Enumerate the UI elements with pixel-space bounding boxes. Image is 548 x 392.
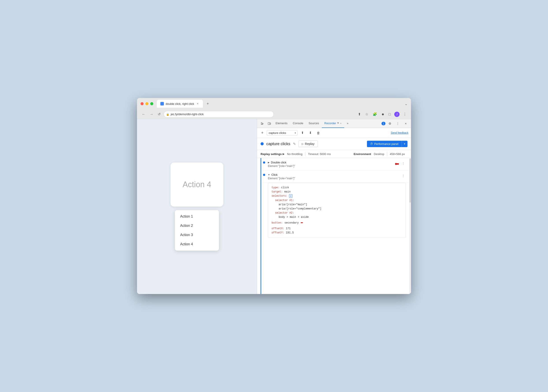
lock-icon: 🔒 — [166, 113, 169, 116]
minimize-traffic-light[interactable] — [145, 102, 148, 105]
add-recording-btn[interactable]: + — [260, 130, 265, 135]
menu-item-4[interactable]: Action 4 — [175, 240, 219, 249]
action-name-2: Click — [271, 173, 278, 176]
action-double-click[interactable]: ▶ Double click Element "[role="main"]" ⬅… — [261, 158, 409, 170]
tab-title: double click, right click — [166, 102, 194, 105]
avatar-icon[interactable]: J — [394, 112, 400, 117]
forward-btn[interactable]: → — [148, 112, 155, 117]
import-btn[interactable]: ⬇ — [307, 130, 313, 136]
selector-icon: ⊞ — [289, 194, 293, 198]
devtools-more-btn[interactable]: ⋮ — [394, 120, 401, 127]
tab-elements[interactable]: Elements — [273, 119, 290, 128]
code-sel2-key: selector #2: — [275, 211, 294, 215]
code-sel1-key: selector #1: — [275, 199, 294, 202]
delete-btn[interactable]: 🗑 — [315, 130, 321, 136]
perf-panel-dropdown-btn[interactable]: ▾ — [401, 141, 407, 147]
action-click[interactable]: ▼ Click Element "[role="main"]" ⋮ — [261, 170, 409, 183]
back-btn[interactable]: ← — [141, 112, 147, 117]
timeout-value: Timeout: 5000 ms — [305, 152, 333, 156]
actions-list: ▶ Double click Element "[role="main"]" ⬅… — [261, 158, 409, 294]
devtools-panel: Elements Console Sources Recorder ⚑ × » … — [257, 119, 411, 294]
recording-select-wrapper: capture clicks ▾ — [267, 130, 298, 136]
toolbar-icons: ⬆ ☆ 🧩 ● □ J ⋮ — [357, 111, 407, 118]
export-btn[interactable]: ⬆ — [299, 130, 305, 136]
settings-btn[interactable]: ⚙ — [386, 120, 393, 127]
send-feedback-link[interactable]: Send feedback — [391, 131, 408, 134]
red-arrow-1: ⬅ — [395, 161, 399, 167]
svg-rect-1 — [270, 123, 271, 124]
address-input[interactable]: 🔒 jec.fyi/demo/dbl-right-click — [164, 111, 274, 118]
profile-icon[interactable]: ● — [381, 111, 385, 118]
context-menu: Action 1 Action 2 Action 3 Action 4 — [175, 210, 219, 251]
devtools-end-btns: 1 ⚙ ⋮ × — [381, 120, 409, 127]
tab-more[interactable]: » — [344, 119, 351, 128]
extensions-icon[interactable]: 🧩 — [372, 111, 378, 117]
code-type-val: click — [281, 186, 289, 189]
window-menu-btn[interactable]: ⌄ — [405, 102, 407, 106]
chrome-menu-icon[interactable]: ⋮ — [402, 111, 407, 117]
replay-settings-arrow: ▶ — [283, 153, 284, 155]
element-picker-btn[interactable] — [259, 120, 266, 127]
action-more-2[interactable]: ⋮ — [401, 173, 406, 178]
tab-sources[interactable]: Sources — [306, 119, 322, 128]
perf-gauge-icon: ⏱ — [370, 142, 373, 146]
menu-item-2[interactable]: Action 2 — [175, 221, 219, 230]
env-value: Desktop — [371, 152, 387, 156]
tab-console[interactable]: Console — [290, 119, 306, 128]
console-badge[interactable]: 1 — [381, 122, 386, 125]
action-content-1: ▶ Double click Element "[role="main"]" — [268, 161, 393, 168]
recording-indicator — [260, 142, 264, 145]
content-area: Action 4 Action 1 Action 2 Action 3 Acti… — [137, 119, 411, 294]
performance-panel-btn[interactable]: ⏱ Performance panel — [367, 141, 401, 147]
share-icon[interactable]: ⬆ — [357, 111, 362, 117]
tab-bar: double click, right click × + — [157, 100, 403, 108]
devtools-close-btn[interactable]: × — [402, 120, 409, 127]
recording-name: capture clicks — [266, 142, 290, 146]
code-offsety-key: offsetY: — [272, 231, 284, 234]
devtools-tab-bar: Elements Console Sources Recorder ⚑ × » … — [257, 119, 411, 128]
tab-close-btn[interactable]: × — [196, 102, 199, 105]
settings-row: Replay settings ▶ No throttling Timeout:… — [257, 150, 411, 158]
sidebar-icon[interactable]: □ — [388, 112, 392, 117]
action-dot-1 — [263, 161, 265, 164]
play-icon: ▷ — [302, 142, 303, 145]
env-label: Environment — [354, 152, 371, 156]
replay-settings-label[interactable]: Replay settings ▶ — [260, 152, 284, 156]
code-offsety-val: 191.5 — [286, 231, 294, 234]
env-section: Environment Desktop 458×566 px — [354, 152, 408, 156]
no-throttling-value: No throttling — [284, 152, 305, 156]
maximize-traffic-light[interactable] — [150, 102, 153, 105]
edit-name-icon[interactable]: ✎ — [293, 142, 296, 146]
code-selectors-key: selectors: — [272, 195, 288, 197]
action-more-1[interactable]: ⋮ — [401, 161, 406, 166]
recorder-header: capture clicks ✎ ▷ Replay ⏱ Performance … — [257, 138, 411, 150]
browser-window: double click, right click × + ⌄ ← → ↺ 🔒 … — [137, 98, 411, 294]
code-type-key: type: — [272, 186, 280, 189]
refresh-btn[interactable]: ↺ — [156, 111, 162, 117]
bookmark-icon[interactable]: ☆ — [364, 111, 369, 117]
recording-select[interactable]: capture clicks — [267, 130, 298, 136]
tab-recorder[interactable]: Recorder ⚑ × — [322, 119, 344, 128]
close-traffic-light[interactable] — [141, 102, 144, 105]
env-size: 458×566 px — [387, 152, 407, 156]
expand-icon-2[interactable]: ▼ — [268, 174, 270, 176]
main-card: Action 4 — [170, 162, 223, 207]
action-dot-2 — [263, 174, 265, 176]
device-mode-btn[interactable] — [266, 120, 273, 127]
menu-item-3[interactable]: Action 3 — [175, 230, 219, 240]
code-button-val: secondary — [284, 221, 299, 225]
active-tab[interactable]: double click, right click × — [157, 100, 203, 108]
new-tab-btn[interactable]: + — [205, 101, 211, 107]
menu-item-1[interactable]: Action 1 — [175, 212, 219, 221]
recorder-tab-label: Recorder ⚑ — [324, 122, 339, 125]
scrollbar-thumb[interactable] — [409, 159, 411, 203]
recorder-tab-close[interactable]: × — [340, 122, 341, 125]
expand-icon-1[interactable]: ▶ — [268, 161, 270, 164]
scrollbar[interactable] — [409, 158, 411, 294]
address-bar: ← → ↺ 🔒 jec.fyi/demo/dbl-right-click ⬆ ☆… — [137, 109, 411, 119]
action-content-2: ▼ Click Element "[role="main"]" — [268, 173, 401, 180]
traffic-lights — [141, 102, 153, 105]
code-target-key: target: — [272, 190, 283, 193]
recorder-tab-text: Recorder — [324, 122, 336, 125]
replay-btn[interactable]: ▷ Replay — [298, 140, 318, 147]
